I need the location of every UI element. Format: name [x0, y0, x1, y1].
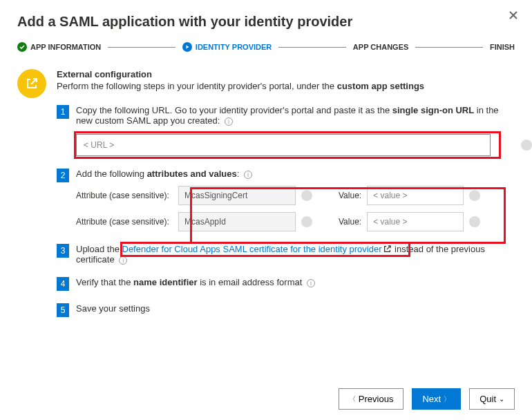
attribute-input-1[interactable]	[178, 186, 296, 205]
step-number-3: 3	[57, 244, 69, 258]
external-link-circle-icon	[17, 69, 46, 98]
step-number-2: 2	[57, 169, 69, 182]
step1-text: Copy the following URL. Go to your ident…	[76, 105, 515, 126]
step-app-information: APP INFORMATION	[17, 42, 101, 52]
sso-url-field[interactable]: < URL >	[76, 134, 491, 156]
value-input-1[interactable]	[367, 186, 464, 205]
chevron-left-icon: 〈	[349, 394, 356, 404]
step-label: FINISH	[490, 43, 515, 51]
value-label: Value:	[339, 191, 361, 200]
chevron-down-icon: ⌄	[499, 395, 504, 403]
external-link-icon	[383, 245, 392, 254]
attribute-label: Attribute (case sensitive):	[76, 191, 173, 200]
attribute-input-2[interactable]	[178, 212, 296, 231]
copy-icon[interactable]	[301, 216, 312, 227]
step-finish: FINISH	[490, 43, 515, 51]
saml-certificate-link[interactable]: Defender for Cloud Apps SAML certificate…	[122, 244, 382, 254]
step-label: APP CHANGES	[353, 43, 408, 51]
value-input-2[interactable]	[367, 212, 464, 231]
step3-text: Upload the Defender for Cloud Apps SAML …	[76, 244, 485, 265]
copy-icon[interactable]	[521, 140, 532, 151]
step5-text: Save your settings	[76, 303, 515, 317]
step-number-1: 1	[57, 105, 69, 119]
info-icon[interactable]: i	[225, 117, 233, 126]
info-icon[interactable]: i	[119, 256, 127, 265]
play-circle-icon	[182, 42, 192, 52]
step-number-5: 5	[57, 303, 69, 317]
page-title: Add a SAML application with your identit…	[17, 14, 515, 30]
info-icon[interactable]: i	[307, 279, 315, 287]
attribute-label: Attribute (case sensitive):	[76, 217, 173, 227]
copy-icon[interactable]	[469, 216, 480, 227]
wizard-stepper: APP INFORMATION IDENTITY PROVIDER APP CH…	[17, 42, 515, 52]
step-app-changes: APP CHANGES	[353, 43, 408, 51]
section-intro: Perform the following steps in your iden…	[57, 81, 515, 91]
copy-icon[interactable]	[301, 190, 312, 201]
previous-button[interactable]: 〈Previous	[339, 388, 404, 410]
section-heading: External configuration	[57, 69, 515, 79]
step-label: APP INFORMATION	[30, 43, 101, 51]
check-circle-icon	[17, 42, 27, 52]
quit-button[interactable]: Quit⌄	[469, 388, 515, 410]
close-icon[interactable]	[509, 10, 518, 20]
info-icon[interactable]: i	[244, 171, 252, 179]
copy-icon[interactable]	[469, 190, 480, 201]
step-label: IDENTITY PROVIDER	[196, 43, 272, 51]
step-number-4: 4	[57, 277, 69, 291]
next-button[interactable]: Next〉	[412, 388, 461, 410]
value-label: Value:	[339, 217, 361, 227]
step-identity-provider: IDENTITY PROVIDER	[182, 42, 272, 52]
chevron-right-icon: 〉	[444, 394, 450, 404]
step2-text: Add the following attributes and values:…	[76, 169, 515, 179]
step4-text: Verify that the name identifier is in em…	[76, 277, 515, 291]
